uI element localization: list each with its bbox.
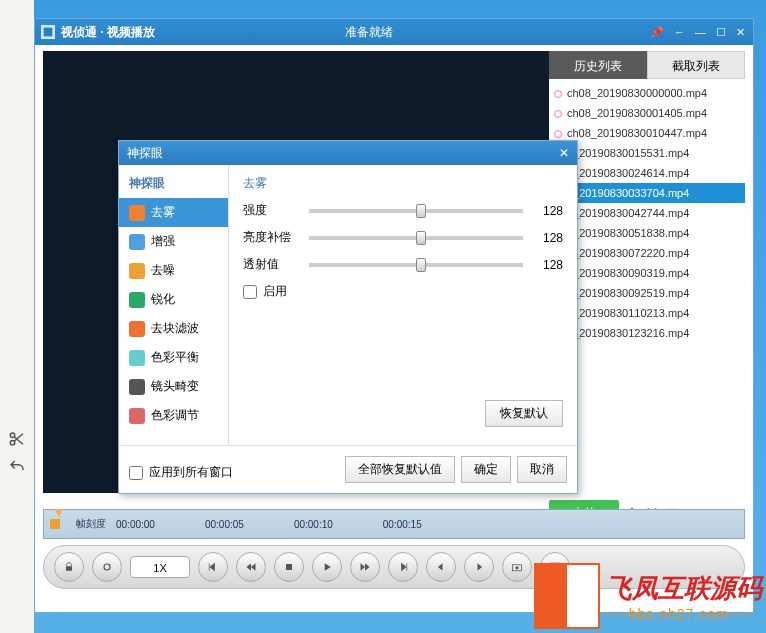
dialog-sidebar: 神探眼 去雾增强去噪锐化去块滤波色彩平衡镜头畸变色彩调节	[119, 165, 229, 445]
cancel-button[interactable]: 取消	[517, 456, 567, 483]
svg-rect-6	[66, 566, 72, 571]
sidebar-item-label: 去块滤波	[151, 320, 199, 337]
cycle-button[interactable]	[92, 552, 122, 582]
watermark: 飞凤互联源码 ----bbs.oh27.com----	[534, 563, 762, 629]
slider-label: 透射值	[243, 256, 299, 273]
file-item[interactable]: 3_20190830024614.mp4	[549, 163, 745, 183]
svg-rect-7	[286, 564, 292, 570]
slider-value: 128	[533, 231, 563, 245]
slider-label: 亮度补偿	[243, 229, 299, 246]
file-item[interactable]: 3_20190830072220.mp4	[549, 243, 745, 263]
sidebar-item-icon	[129, 350, 145, 366]
stop-button[interactable]	[274, 552, 304, 582]
play-button[interactable]	[312, 552, 342, 582]
file-item[interactable]: 3_20190830110213.mp4	[549, 303, 745, 323]
sidebar-item[interactable]: 去雾	[119, 198, 228, 227]
app-icon	[41, 25, 55, 39]
timeline[interactable]: ▼ 帧刻度 00:00:0000:00:0500:00:1000:00:15	[43, 509, 745, 539]
minimize-icon[interactable]: —	[695, 26, 706, 39]
playhead-icon[interactable]: ▼	[52, 504, 66, 520]
enable-checkbox[interactable]	[243, 285, 257, 299]
app-title: 视侦通 · 视频播放	[61, 24, 155, 41]
watermark-url: ----bbs.oh27.com----	[606, 606, 762, 622]
snapshot-button[interactable]	[502, 552, 532, 582]
file-list: ch08_20190830000000.mp4ch08_201908300014…	[549, 79, 745, 489]
undo-icon[interactable]	[8, 458, 26, 480]
slider-value: 128	[533, 258, 563, 272]
slider-row: 透射值128	[243, 256, 563, 273]
apply-all-label: 应用到所有窗口	[149, 464, 233, 481]
sidebar-item[interactable]: 锐化	[119, 285, 228, 314]
file-item[interactable]: ch08_20190830000000.mp4	[549, 83, 745, 103]
next-button[interactable]	[388, 552, 418, 582]
file-item[interactable]: 3_20190830051838.mp4	[549, 223, 745, 243]
file-item[interactable]: 3_20190830015531.mp4	[549, 143, 745, 163]
dialog-titlebar: 神探眼 ✕	[119, 141, 577, 165]
sidebar-item[interactable]: 镜头畸变	[119, 372, 228, 401]
enable-label: 启用	[263, 283, 287, 300]
timeline-mark: 00:00:05	[205, 519, 244, 530]
sidebar-item[interactable]: 去噪	[119, 256, 228, 285]
status-text: 准备就绪	[345, 24, 393, 41]
slider-thumb[interactable]	[416, 258, 426, 272]
slider-track[interactable]	[309, 209, 523, 213]
left-tool-strip	[0, 0, 34, 633]
file-item[interactable]: 3_20190830123216.mp4	[549, 323, 745, 343]
maximize-icon[interactable]: ☐	[716, 26, 726, 39]
shentan-dialog: 神探眼 ✕ 神探眼 去雾增强去噪锐化去块滤波色彩平衡镜头畸变色彩调节 去雾 强度…	[118, 140, 578, 494]
sidebar-item[interactable]: 色彩平衡	[119, 343, 228, 372]
slider-row: 强度128	[243, 202, 563, 219]
dialog-title: 神探眼	[127, 145, 163, 162]
sidebar-item-icon	[129, 234, 145, 250]
restore-default-button[interactable]: 恢复默认	[485, 400, 563, 427]
sidebar-item-label: 去雾	[151, 204, 175, 221]
sidebar-item-label: 增强	[151, 233, 175, 250]
sidebar-item-icon	[129, 408, 145, 424]
pin-icon[interactable]: 📌	[650, 26, 664, 39]
file-item[interactable]: 3_20190830092519.mp4	[549, 283, 745, 303]
titlebar: 视侦通 · 视频播放 准备就绪 📌 ← — ☐ ✕	[35, 19, 753, 45]
ok-button[interactable]: 确定	[461, 456, 511, 483]
sidebar-item-icon	[129, 263, 145, 279]
timeline-mark: 00:00:15	[383, 519, 422, 530]
step-fwd-button[interactable]	[464, 552, 494, 582]
slider-thumb[interactable]	[416, 204, 426, 218]
slider-value: 128	[533, 204, 563, 218]
slider-thumb[interactable]	[416, 231, 426, 245]
sidebar-item[interactable]: 色彩调节	[119, 401, 228, 430]
file-item[interactable]: ch08_20190830001405.mp4	[549, 103, 745, 123]
restore-all-button[interactable]: 全部恢复默认值	[345, 456, 455, 483]
sidebar-item-label: 锐化	[151, 291, 175, 308]
timeline-mark: 00:00:10	[294, 519, 333, 530]
file-item[interactable]: ch08_20190830010447.mp4	[549, 123, 745, 143]
slider-row: 亮度补偿128	[243, 229, 563, 246]
rewind-button[interactable]	[236, 552, 266, 582]
sidebar-item-label: 色彩平衡	[151, 349, 199, 366]
sidebar-item[interactable]: 增强	[119, 227, 228, 256]
timeline-mark: 00:00:00	[116, 519, 155, 530]
slider-track[interactable]	[309, 236, 523, 240]
dialog-close-icon[interactable]: ✕	[559, 146, 569, 160]
slider-track[interactable]	[309, 263, 523, 267]
file-item[interactable]: 3_20190830042744.mp4	[549, 203, 745, 223]
tab-history[interactable]: 历史列表	[549, 51, 647, 79]
file-item[interactable]: 3_20190830090319.mp4	[549, 263, 745, 283]
watermark-logo	[534, 563, 600, 629]
close-icon[interactable]: ✕	[736, 26, 745, 39]
lock-button[interactable]	[54, 552, 84, 582]
group-title: 去雾	[243, 175, 563, 192]
sidebar-item-label: 镜头畸变	[151, 378, 199, 395]
back-icon[interactable]: ←	[674, 26, 685, 39]
speed-display[interactable]: 1X	[130, 556, 190, 578]
file-item[interactable]: 3_20190830033704.mp4	[549, 183, 745, 203]
sidebar-item[interactable]: 去块滤波	[119, 314, 228, 343]
svg-point-9	[516, 566, 519, 569]
step-back-button[interactable]	[426, 552, 456, 582]
sidebar-item-icon	[129, 321, 145, 337]
forward-button[interactable]	[350, 552, 380, 582]
svg-rect-3	[44, 28, 53, 37]
scissors-icon[interactable]	[8, 430, 26, 452]
tab-capture[interactable]: 截取列表	[647, 51, 745, 79]
prev-button[interactable]	[198, 552, 228, 582]
apply-all-checkbox[interactable]	[129, 466, 143, 480]
